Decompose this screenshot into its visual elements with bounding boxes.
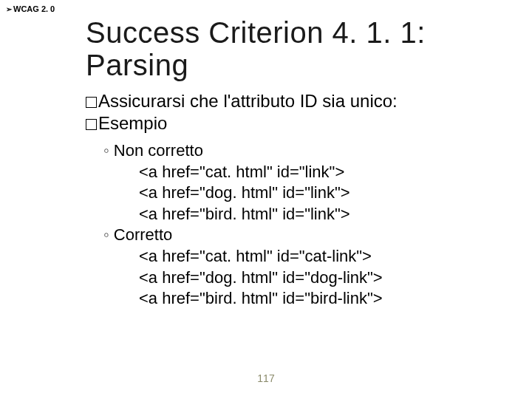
square-bullet-icon bbox=[86, 97, 97, 108]
bullet-2-text: Esempio bbox=[98, 113, 167, 133]
ring-bullet-icon: ◦ bbox=[103, 225, 109, 244]
square-bullet-icon bbox=[86, 119, 97, 130]
ring-bullet-icon: ◦ bbox=[103, 141, 109, 160]
slide-title: Success Criterion 4. 1. 1: Parsing bbox=[86, 16, 499, 81]
sub-wrong-label: Non corretto bbox=[114, 141, 203, 160]
slide-content: Assicurarsi che l'attributo ID sia unico… bbox=[86, 90, 514, 310]
code-line: <a href="cat. html" id="link"> bbox=[139, 162, 514, 183]
page-number: 117 bbox=[0, 372, 532, 384]
code-line: <a href="cat. html" id="cat-link"> bbox=[139, 246, 514, 267]
code-right: <a href="cat. html" id="cat-link"> <a hr… bbox=[139, 246, 514, 310]
code-line: <a href="dog. html" id="link"> bbox=[139, 183, 514, 204]
code-line: <a href="bird. html" id="bird-link"> bbox=[139, 288, 514, 310]
sub-item-right: ◦Corretto bbox=[103, 225, 514, 246]
bullet-2: Esempio bbox=[86, 112, 514, 134]
chevron-right-icon: ➢ bbox=[6, 5, 12, 13]
sub-list: ◦Non corretto <a href="cat. html" id="li… bbox=[103, 140, 514, 310]
header-text: WCAG 2. 0 bbox=[13, 4, 55, 13]
bullet-1: Assicurarsi che l'attributo ID sia unico… bbox=[86, 90, 514, 112]
code-wrong: <a href="cat. html" id="link"> <a href="… bbox=[139, 162, 514, 225]
sub-right-label: Corretto bbox=[114, 225, 172, 244]
sub-item-wrong: ◦Non corretto bbox=[103, 140, 514, 162]
code-line: <a href="dog. html" id="dog-link"> bbox=[139, 267, 514, 289]
header-label: ➢WCAG 2. 0 bbox=[6, 4, 55, 13]
code-line: <a href="bird. html" id="link"> bbox=[139, 204, 514, 225]
bullet-1-text: Assicurarsi che l'attributo ID sia unico… bbox=[98, 91, 398, 111]
